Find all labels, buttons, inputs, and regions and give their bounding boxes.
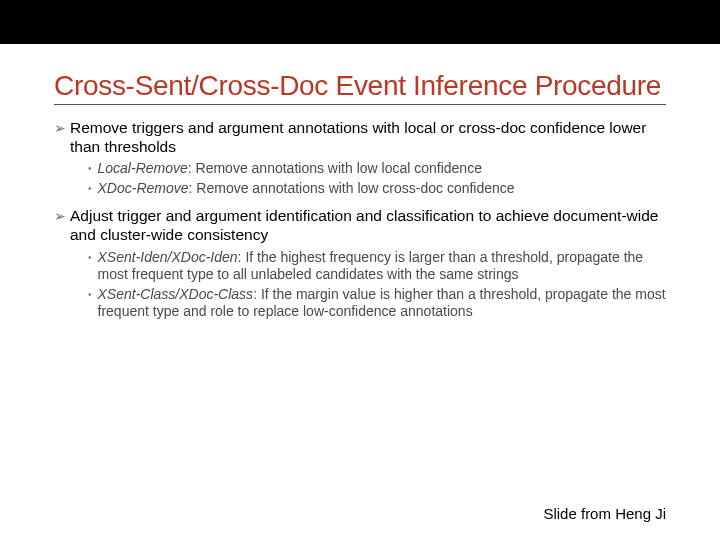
bullet-text: Adjust trigger and argument identificati…	[70, 207, 666, 244]
slide-title: Cross-Sent/Cross-Doc Event Inference Pro…	[54, 70, 666, 105]
bullet-item: ➢ Remove triggers and argument annotatio…	[54, 119, 666, 156]
sub-item: • Local-Remove: Remove annotations with …	[88, 160, 666, 178]
arrow-icon: ➢	[54, 208, 66, 244]
slide-content: Cross-Sent/Cross-Doc Event Inference Pro…	[0, 44, 720, 321]
bullet-icon: •	[88, 163, 92, 178]
sub-text: XDoc-Remove: Remove annotations with low…	[98, 180, 515, 198]
top-black-bar	[0, 0, 720, 44]
sub-item: • XSent-Class/XDoc-Class: If the margin …	[88, 286, 666, 321]
bullet-text: Remove triggers and argument annotations…	[70, 119, 666, 156]
bullet-icon: •	[88, 289, 92, 321]
bullet-item: ➢ Adjust trigger and argument identifica…	[54, 207, 666, 244]
sub-text: XSent-Iden/XDoc-Iden: If the highest fre…	[98, 249, 666, 284]
bullet-icon: •	[88, 183, 92, 198]
slide-attribution: Slide from Heng Ji	[543, 505, 666, 522]
sub-text: Local-Remove: Remove annotations with lo…	[98, 160, 482, 178]
sub-item: • XDoc-Remove: Remove annotations with l…	[88, 180, 666, 198]
sub-list: • Local-Remove: Remove annotations with …	[88, 160, 666, 197]
arrow-icon: ➢	[54, 120, 66, 156]
bullet-icon: •	[88, 252, 92, 284]
sub-text: XSent-Class/XDoc-Class: If the margin va…	[98, 286, 666, 321]
sub-item: • XSent-Iden/XDoc-Iden: If the highest f…	[88, 249, 666, 284]
sub-list: • XSent-Iden/XDoc-Iden: If the highest f…	[88, 249, 666, 321]
